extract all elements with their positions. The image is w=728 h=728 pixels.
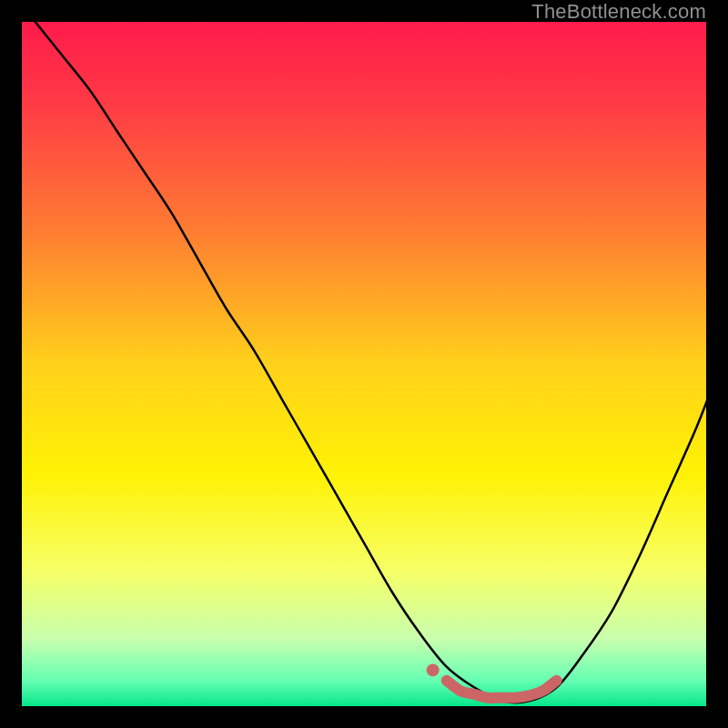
chart-canvas	[20, 20, 708, 708]
gradient-background	[20, 20, 708, 708]
chart-frame	[20, 20, 708, 708]
optimal-start-dot	[427, 663, 440, 676]
